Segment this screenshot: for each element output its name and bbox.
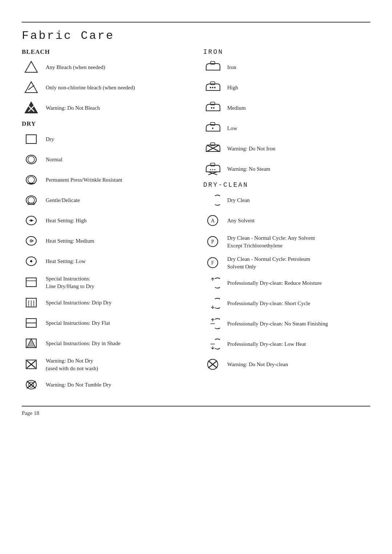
dry-heatlow-label: Heat Setting: Low (46, 258, 86, 265)
bleach-nonchlorine-row: Only non-chlorine bleach (when needed) (22, 80, 181, 96)
dc-lowheat-row: Professionally Dry-clean: Low Heat (203, 336, 370, 352)
dry-donotdry-label: Warning: Do Not Dry(used with do not was… (46, 357, 98, 372)
dc-shortcycle-label: Professionally Dry-clean: Short Cycle (227, 300, 310, 307)
bleach-any-icon (22, 60, 41, 74)
svg-text:F: F (211, 260, 214, 266)
iron-medium-icon (203, 101, 222, 115)
bleach-donot-row: Warning: Do Not Bleach (22, 100, 181, 116)
dc-petsolvent-row: F Dry Clean - Normal Cycle: PetroleumSol… (203, 254, 370, 271)
svg-marker-0 (25, 61, 37, 72)
svg-point-48 (212, 87, 213, 88)
dc-lowheat-icon (203, 337, 222, 351)
dry-dryflat-label: Special Instructions: Dry Flat (46, 319, 110, 327)
iron-iron-label: Iron (227, 64, 236, 71)
dry-heatmed-row: Heat Setting: Medium (22, 233, 181, 249)
svg-text:P: P (211, 239, 214, 244)
dc-anysolvent-icon: A (203, 213, 222, 228)
iron-high-icon (203, 80, 222, 95)
dc-petsolvent-label: Dry Clean - Normal Cycle: PetroleumSolve… (227, 255, 310, 271)
page-footer: Page 18 (22, 410, 370, 416)
dry-permpress-label: Permanent Press/Wrinkle Resistant (46, 176, 122, 184)
dry-dry-label: Dry (46, 136, 54, 143)
dry-dryflat-icon (22, 316, 41, 330)
page-title: Fabric Care (22, 29, 370, 43)
iron-iron-row: Iron (203, 59, 370, 75)
svg-point-53 (213, 107, 215, 109)
svg-text:A: A (211, 218, 215, 223)
dry-linedry-label: Special Instructions:Line Dry/Hang to Dr… (46, 275, 94, 290)
dry-heatmed-label: Heat Setting: Medium (46, 237, 94, 245)
dc-dryclean-label: Dry Clean (227, 197, 250, 204)
dry-gentle-icon (22, 193, 41, 207)
dry-notumble-icon (22, 377, 41, 392)
dc-dryclean-icon (203, 193, 222, 207)
dc-normalcycle-row: P Dry Clean - Normal Cycle: Any SolventE… (203, 233, 370, 250)
dry-dripdry-icon (22, 295, 41, 310)
dry-donotdry-icon (22, 357, 41, 372)
svg-marker-3 (25, 102, 37, 113)
svg-point-10 (28, 177, 34, 183)
svg-point-56 (212, 128, 213, 129)
svg-point-63 (210, 169, 211, 170)
iron-medium-row: Medium (203, 100, 370, 116)
bleach-donot-label: Warning: Do Not Bleach (46, 104, 100, 112)
svg-point-52 (211, 107, 212, 109)
bleach-any-row: Any Bleach (when needed) (22, 59, 181, 75)
bleach-any-label: Any Bleach (when needed) (46, 64, 105, 71)
dry-linedry-icon (22, 275, 41, 290)
dry-heatlow-icon (22, 254, 41, 268)
dry-normal-label: Normal (46, 156, 62, 163)
iron-donotion-icon (203, 141, 222, 156)
svg-point-49 (214, 87, 216, 88)
svg-point-25 (30, 260, 32, 262)
dc-normalcycle-icon: P (203, 234, 222, 249)
dc-reducemoist-row: Professionally Dry-clean: Reduce Moistur… (203, 275, 370, 291)
bleach-donot-icon (22, 101, 41, 115)
dry-dryshade-label: Special Instructions: Dry in Shade (46, 340, 121, 347)
dryclean-section-title: DRY-CLEAN (203, 181, 370, 189)
iron-nosteam-row: Warning: No Steam (203, 161, 370, 177)
right-column: IRON Iron (196, 47, 370, 397)
dc-anysolvent-row: A Any Solvent (203, 213, 370, 229)
dc-anysolvent-label: Any Solvent (227, 217, 254, 225)
dry-linedry-row: Special Instructions:Line Dry/Hang to Dr… (22, 274, 181, 290)
dry-donotdry-row: Warning: Do Not Dry(used with do not was… (22, 356, 181, 372)
dc-normalcycle-label: Dry Clean - Normal Cycle: Any SolventExc… (227, 234, 315, 250)
dc-petsolvent-icon: F (203, 255, 222, 270)
main-content: BLEACH Any Bleach (when needed) Only non… (22, 47, 370, 397)
iron-donotion-label: Warning: Do Not Iron (227, 145, 275, 153)
iron-high-label: High (227, 84, 238, 92)
dry-dry-row: Dry (22, 131, 181, 147)
bottom-rule (22, 406, 370, 407)
iron-medium-label: Medium (227, 104, 246, 112)
dry-notumble-label: Warning: Do Not Tumble Dry (46, 381, 111, 389)
iron-section-title: IRON (203, 48, 370, 56)
iron-low-label: Low (227, 125, 237, 132)
dc-nosteam-icon (203, 316, 222, 331)
dc-reducemoist-icon (203, 276, 222, 290)
svg-point-13 (28, 197, 34, 203)
dry-heatlow-row: Heat Setting: Low (22, 253, 181, 269)
dry-normal-icon (22, 152, 41, 167)
svg-point-65 (215, 169, 216, 170)
svg-rect-26 (26, 278, 36, 287)
dc-donotdc-row: Warning: Do Not Dry-clean (203, 356, 370, 372)
iron-high-row: High (203, 80, 370, 96)
svg-rect-6 (26, 135, 36, 143)
dc-donotdc-label: Warning: Do Not Dry-clean (227, 361, 288, 368)
iron-donotion-row: Warning: Do Not Iron (203, 141, 370, 157)
iron-iron-icon (203, 60, 222, 74)
dry-gentle-row: Gentle/Delicate (22, 192, 181, 208)
dc-dryclean-row: Dry Clean (203, 192, 370, 208)
left-column: BLEACH Any Bleach (when needed) Only non… (22, 47, 196, 397)
iron-nosteam-label: Warning: No Steam (227, 165, 270, 173)
svg-point-64 (212, 169, 213, 170)
dc-nosteam-row: Professionally Dry-clean: No Steam Finis… (203, 316, 370, 332)
dc-shortcycle-icon (203, 296, 222, 311)
dry-heathigh-row: Heat Setting: High (22, 213, 181, 229)
dry-dripdry-row: Special Instructions: Drip Dry (22, 295, 181, 311)
dc-shortcycle-row: Professionally Dry-clean: Short Cycle (203, 295, 370, 311)
dc-reducemoist-label: Professionally Dry-clean: Reduce Moistur… (227, 279, 322, 287)
dc-nosteam-label: Professionally Dry-clean: No Steam Finis… (227, 320, 328, 328)
top-rule (22, 22, 370, 23)
